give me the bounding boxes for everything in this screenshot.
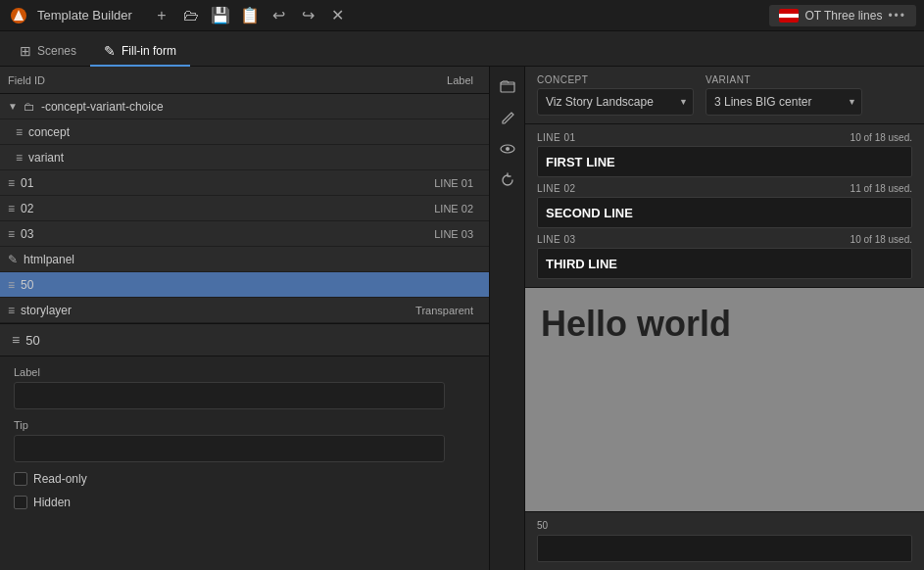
field-table: Field ID Label ▼ 🗀 -concept-variant-choi… <box>0 67 489 324</box>
field-row-concept-variant-choice[interactable]: ▼ 🗀 -concept-variant-choice <box>0 94 489 119</box>
line-03-name: LINE 03 <box>537 234 576 245</box>
line-02-name: LINE 02 <box>537 183 576 194</box>
field-id-text: storylayer <box>21 304 72 317</box>
tip-input[interactable] <box>14 435 445 462</box>
more-options-icon[interactable]: ••• <box>888 9 906 23</box>
line-fields: LINE 01 10 of 18 used. LINE 02 11 of 18 … <box>525 124 924 288</box>
app-title: Template Builder <box>37 8 132 23</box>
line-01-name: LINE 01 <box>537 132 576 143</box>
line-02-group: LINE 02 11 of 18 used. <box>537 183 912 228</box>
field-id-text: 02 <box>21 202 33 215</box>
label-input[interactable] <box>14 382 445 409</box>
label-field-label: Label <box>14 366 475 378</box>
props-icon: ≡ <box>12 332 20 348</box>
save-button[interactable]: 💾 <box>207 2 234 29</box>
new-button[interactable]: + <box>148 2 175 29</box>
fill-in-form-icon: ✎ <box>104 43 116 59</box>
field-row-variant[interactable]: ≡ variant <box>0 145 489 170</box>
concept-label: Concept <box>537 74 694 85</box>
hidden-checkbox-row[interactable]: Hidden <box>14 496 475 509</box>
tab-fill-in-form-label: Fill-in form <box>122 44 176 58</box>
lines-icon: ≡ <box>8 227 15 241</box>
field-row-03[interactable]: ≡ 03 LINE 03 <box>0 221 489 247</box>
line-01-input[interactable] <box>537 146 912 177</box>
open-button[interactable]: 🗁 <box>177 2 205 29</box>
edit-toolbar-btn[interactable] <box>494 104 521 131</box>
props-header: ≡ 50 <box>0 324 489 356</box>
field-row-concept[interactable]: ≡ concept <box>0 119 489 145</box>
field-row-01[interactable]: ≡ 01 LINE 01 <box>0 170 489 196</box>
field-label-02: LINE 02 <box>364 203 481 214</box>
field-50-input[interactable] <box>537 535 912 562</box>
redo-button[interactable]: ↪ <box>295 2 322 29</box>
concept-select-wrap: Viz Story Landscape <box>537 88 694 116</box>
line-02-count: 11 of 18 used. <box>851 183 912 194</box>
close-button[interactable]: ✕ <box>324 2 352 29</box>
field-id-text: variant <box>28 151 64 165</box>
tab-scenes-label: Scenes <box>37 44 76 58</box>
line-03-input[interactable] <box>537 248 912 279</box>
props-panel: ≡ 50 Label Tip Read-only Hidden <box>0 324 489 570</box>
concept-select[interactable]: Viz Story Landscape <box>537 88 694 116</box>
undo-button[interactable]: ↩ <box>266 2 293 29</box>
expand-icon: ▼ <box>8 101 18 112</box>
svg-point-4 <box>506 147 510 151</box>
lines-icon: ≡ <box>8 278 15 292</box>
tabbar: ⊞ Scenes ✎ Fill-in form <box>0 31 924 67</box>
field-id-text: 01 <box>21 176 33 190</box>
line-01-count: 10 of 18 used. <box>851 132 912 143</box>
eye-toolbar-btn[interactable] <box>494 135 521 163</box>
field-id-text: 50 <box>21 278 33 292</box>
tab-fill-in-form[interactable]: ✎ Fill-in form <box>90 37 190 67</box>
concept-variant-row: Concept Viz Story Landscape Variant 3 Li… <box>525 67 924 124</box>
field-id-text: -concept-variant-choice <box>41 100 164 114</box>
scenes-icon: ⊞ <box>20 43 31 59</box>
right-panel: Concept Viz Story Landscape Variant 3 Li… <box>525 67 924 570</box>
edit-icon: ✎ <box>8 253 18 266</box>
field-id-text: 03 <box>21 227 33 241</box>
field-row-02[interactable]: ≡ 02 LINE 02 <box>0 196 489 221</box>
lines-icon: ≡ <box>16 151 23 165</box>
copy-button[interactable]: 📋 <box>236 2 264 29</box>
titlebar-right: OT Three lines ••• <box>769 5 916 26</box>
field-label-03: LINE 03 <box>364 228 481 240</box>
preview-text: Hello world <box>541 304 731 344</box>
refresh-toolbar-btn[interactable] <box>494 166 521 194</box>
variant-select[interactable]: 3 Lines BIG center <box>705 88 862 116</box>
hidden-checkbox[interactable] <box>14 496 27 509</box>
folder-icon: 🗀 <box>24 100 35 114</box>
titlebar-actions: + 🗁 💾 📋 ↩ ↪ ✕ <box>148 2 352 29</box>
hidden-label: Hidden <box>33 496 71 509</box>
field-label-storylayer: Transparent <box>364 305 481 316</box>
side-toolbar <box>490 67 525 570</box>
field-50-preview: 50 <box>525 511 924 570</box>
tab-scenes[interactable]: ⊞ Scenes <box>6 37 90 67</box>
lines-icon: ≡ <box>8 176 15 190</box>
props-form: Label Tip Read-only Hidden <box>0 356 489 519</box>
variant-select-wrap: 3 Lines BIG center <box>705 88 862 116</box>
field-row-50[interactable]: ≡ 50 <box>0 272 489 298</box>
app-logo <box>8 5 29 26</box>
folder-toolbar-btn[interactable] <box>494 72 521 100</box>
field-row-storylayer[interactable]: ≡ storylayer Transparent <box>0 298 489 323</box>
field-label-01: LINE 01 <box>364 177 481 189</box>
tip-field: Tip <box>14 419 475 462</box>
concept-group: Concept Viz Story Landscape <box>537 74 694 116</box>
tip-field-label: Tip <box>14 419 475 431</box>
template-name-badge: OT Three lines ••• <box>769 5 916 26</box>
line-03-count: 10 of 18 used. <box>851 234 912 245</box>
header-label: Label <box>364 74 481 86</box>
variant-label: Variant <box>705 74 862 85</box>
preview-area: Hello world <box>525 288 924 511</box>
line-02-input[interactable] <box>537 197 912 228</box>
readonly-checkbox-row[interactable]: Read-only <box>14 472 475 486</box>
props-title: 50 <box>25 333 39 348</box>
header-field-id: Field ID <box>8 74 364 86</box>
readonly-label: Read-only <box>33 472 87 486</box>
field-id-text: concept <box>28 125 70 139</box>
field-table-header: Field ID Label <box>0 67 489 94</box>
field-row-htmlpanel[interactable]: ✎ htmlpanel <box>0 247 489 272</box>
field-id-text: htmlpanel <box>24 253 74 266</box>
flag-icon <box>779 9 799 23</box>
readonly-checkbox[interactable] <box>14 472 27 486</box>
